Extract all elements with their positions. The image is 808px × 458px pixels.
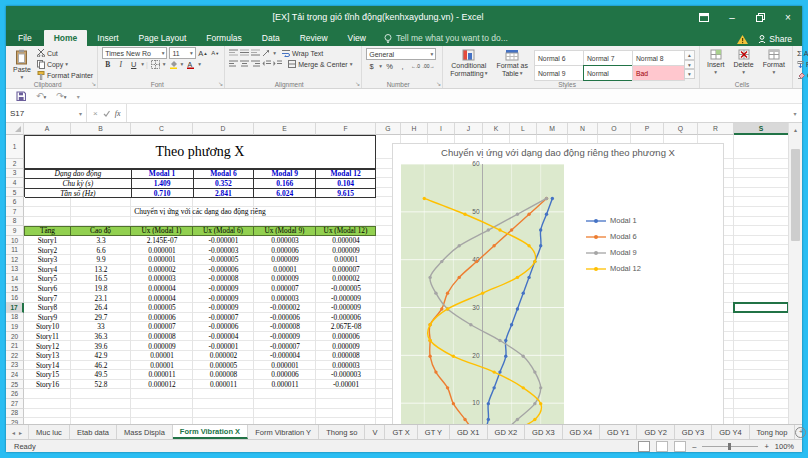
sheet-tab-mass-displa[interactable]: Mass Displa (117, 425, 173, 439)
row-header-1[interactable]: 1 (6, 135, 24, 159)
modal-table-label-cell[interactable]: Dạng dao động (25, 170, 132, 180)
modal-table-value-cell[interactable]: 6.024 (254, 189, 316, 199)
data-cell[interactable]: -0.000003 (193, 245, 254, 255)
data-cell[interactable]: 33 (71, 322, 131, 332)
row-header-16[interactable]: 16 (6, 293, 24, 303)
decrease-font-button[interactable]: A▼ (210, 48, 220, 58)
ribbon-tab-formulas[interactable]: Formulas (196, 30, 251, 46)
style-normal-7[interactable]: Normal 7 (583, 50, 636, 66)
data-cell[interactable]: 0.000005 (193, 361, 254, 371)
clear-button[interactable]: Clear▾ (797, 70, 808, 80)
data-cell[interactable]: 0.00001 (131, 351, 193, 361)
data-cell[interactable]: 0.000002 (316, 274, 376, 284)
zoom-out-button[interactable]: – (692, 442, 696, 451)
percent-style-button[interactable]: % (384, 61, 395, 71)
row-header-17[interactable]: 17 (6, 303, 24, 313)
sheet-nav-right-icon[interactable]: ▸ (19, 429, 22, 436)
data-cell[interactable]: Story16 (24, 380, 71, 390)
modal-table-value-cell[interactable]: 0.710 (132, 189, 194, 199)
data-cell[interactable]: 23.1 (71, 293, 131, 303)
legend-item-modal-1[interactable]: Modal 1 (585, 216, 641, 225)
modal-table-label-cell[interactable]: Tần số (Hz) (25, 189, 132, 199)
sheet-tab-muc-luc[interactable]: Muc luc (29, 425, 70, 439)
data-cell[interactable]: 19.8 (71, 284, 131, 294)
align-center-icon[interactable] (240, 60, 249, 68)
modal-table-value-cell[interactable]: 9.615 (316, 189, 376, 199)
number-format-combo[interactable]: General▾ (366, 48, 436, 60)
data-cell[interactable]: Story15 (24, 370, 71, 380)
align-bottom-icon[interactable] (251, 49, 260, 57)
data-cell[interactable]: 0.000005 (131, 303, 193, 313)
column-header-M[interactable]: M (537, 123, 568, 135)
data-cell[interactable]: -0.000004 (254, 351, 316, 361)
zoom-slider-thumb[interactable] (728, 443, 731, 450)
data-cell[interactable]: Story4 (24, 265, 71, 275)
column-header-Q[interactable]: Q (664, 123, 698, 135)
row-header-26[interactable]: 26 (6, 389, 24, 399)
style-normal-6[interactable]: Normal 6 (534, 50, 587, 66)
data-cell[interactable]: 0.000003 (254, 293, 316, 303)
data-cell[interactable]: Story8 (24, 303, 71, 313)
data-table-header-cell[interactable]: Tầng (24, 226, 71, 236)
data-cell[interactable]: -0.000001 (193, 236, 254, 246)
data-cell[interactable]: Story12 (24, 341, 71, 351)
modal-table-value-cell[interactable]: Modal 9 (254, 170, 316, 180)
font-dialog-launcher[interactable]: ↘ (218, 81, 223, 88)
orientation-icon[interactable] (262, 49, 271, 57)
data-cell[interactable]: 0.000011 (193, 380, 254, 390)
column-header-A[interactable]: A (24, 123, 71, 135)
data-cell[interactable]: 49.5 (71, 370, 131, 380)
data-cell[interactable]: 0.000009 (254, 255, 316, 265)
data-cell[interactable]: 26.4 (71, 303, 131, 313)
data-cell[interactable]: 0.000001 (131, 245, 193, 255)
legend-item-modal-12[interactable]: Modal 12 (585, 264, 641, 273)
column-header-P[interactable]: P (631, 123, 664, 135)
minimize-button[interactable]: – (718, 6, 746, 28)
row-header-14[interactable]: 14 (6, 274, 24, 284)
sheet-nav-left-icon[interactable]: ◂ (12, 429, 15, 436)
ribbon-tab-data[interactable]: Data (252, 30, 290, 46)
column-header-S[interactable]: S (734, 123, 789, 135)
column-header-C[interactable]: C (131, 123, 193, 135)
data-cell[interactable]: Story13 (24, 351, 71, 361)
row-header-19[interactable]: 19 (6, 322, 24, 332)
align-right-icon[interactable] (251, 60, 260, 68)
data-cell[interactable]: -0.000009 (193, 303, 254, 313)
gallery-down-button[interactable]: ▾ (684, 60, 695, 70)
data-cell[interactable]: 0.000003 (131, 274, 193, 284)
data-cell[interactable]: 13.2 (71, 265, 131, 275)
row-header-3[interactable]: 3 (6, 169, 24, 179)
merge-center-button[interactable]: Merge & Center▾ (288, 59, 352, 69)
sheet-title-cell[interactable]: Theo phương X (24, 135, 376, 169)
data-cell[interactable]: -0.000002 (254, 303, 316, 313)
ribbon-tab-page-layout[interactable]: Page Layout (129, 30, 197, 46)
gallery-up-button[interactable]: ▴ (684, 50, 695, 60)
data-cell[interactable]: 0.000008 (193, 370, 254, 380)
data-cell[interactable]: 39.6 (71, 341, 131, 351)
data-cell[interactable]: Story10 (24, 322, 71, 332)
restore-button[interactable] (746, 6, 774, 28)
data-cell[interactable]: Story9 (24, 313, 71, 323)
row-header-18[interactable]: 18 (6, 313, 24, 323)
data-cell[interactable]: 0.000001 (131, 255, 193, 265)
tell-me-box[interactable]: Tell me what you want to do... (376, 30, 516, 46)
scroll-up-icon[interactable]: ▴ (794, 123, 797, 135)
warning-icon[interactable] (737, 35, 748, 44)
sheet-tab-gd-x3[interactable]: GD X3 (525, 425, 563, 439)
legend-item-modal-9[interactable]: Modal 9 (585, 248, 641, 257)
data-cell[interactable]: -0.000009 (254, 332, 316, 342)
data-cell[interactable]: -0.000003 (316, 370, 376, 380)
row-header-9[interactable]: 9 (6, 226, 24, 236)
data-cell[interactable]: 0.000003 (254, 236, 316, 246)
name-box[interactable]: S17▾ (6, 104, 87, 122)
row-header-5[interactable]: 5 (6, 188, 24, 198)
wrap-text-button[interactable]: Wrap Text (282, 48, 323, 58)
redo-button[interactable]: ↷▾ (56, 91, 66, 101)
data-cell[interactable]: 0.000006 (254, 245, 316, 255)
ribbon-tab-file[interactable]: File (6, 30, 44, 46)
row-header-6[interactable]: 6 (6, 197, 24, 207)
style-bad[interactable]: Bad (632, 65, 685, 81)
data-table-header-cell[interactable]: Ux (Modal 6) (193, 226, 254, 236)
data-cell[interactable]: 0.000009 (254, 274, 316, 284)
data-cell[interactable]: 0.000009 (316, 341, 376, 351)
